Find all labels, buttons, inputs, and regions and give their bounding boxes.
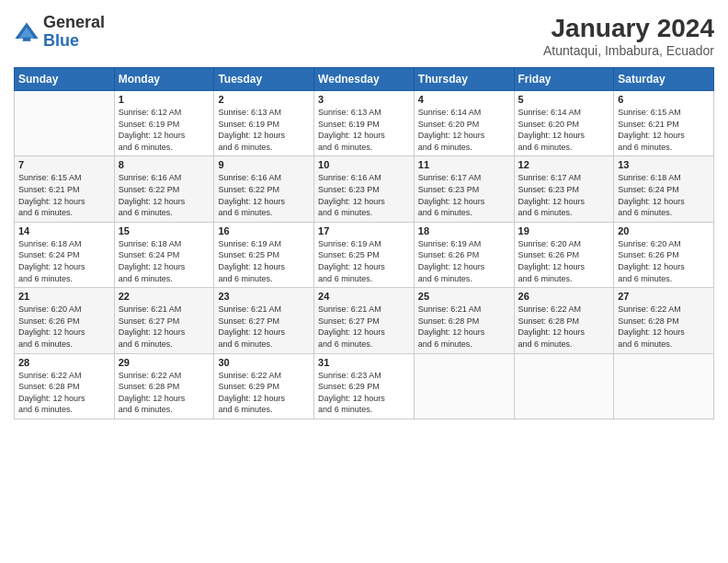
day-cell: 16Sunrise: 6:19 AM Sunset: 6:25 PM Dayli… [214,222,314,287]
day-cell: 6Sunrise: 6:15 AM Sunset: 6:21 PM Daylig… [614,91,714,156]
day-info: Sunrise: 6:19 AM Sunset: 6:25 PM Dayligh… [318,238,410,284]
day-info: Sunrise: 6:22 AM Sunset: 6:28 PM Dayligh… [18,370,110,416]
day-cell: 23Sunrise: 6:21 AM Sunset: 6:27 PM Dayli… [214,288,314,353]
day-cell: 26Sunrise: 6:22 AM Sunset: 6:28 PM Dayli… [514,288,614,353]
day-info: Sunrise: 6:14 AM Sunset: 6:20 PM Dayligh… [418,107,510,153]
day-info: Sunrise: 6:13 AM Sunset: 6:19 PM Dayligh… [218,107,310,153]
day-cell: 24Sunrise: 6:21 AM Sunset: 6:27 PM Dayli… [314,288,415,353]
day-info: Sunrise: 6:21 AM Sunset: 6:27 PM Dayligh… [119,304,210,350]
day-cell: 15Sunrise: 6:18 AM Sunset: 6:24 PM Dayli… [114,222,214,287]
day-number: 26 [518,291,610,302]
logo-icon [14,19,40,45]
week-row-2: 7Sunrise: 6:15 AM Sunset: 6:21 PM Daylig… [15,156,714,222]
day-info: Sunrise: 6:22 AM Sunset: 6:29 PM Dayligh… [218,370,310,416]
col-thursday: Thursday [414,68,514,91]
day-cell: 5Sunrise: 6:14 AM Sunset: 6:20 PM Daylig… [514,91,614,156]
title-block: January 2024 Atuntaqui, Imbabura, Ecuado… [543,14,714,58]
day-number: 5 [518,94,610,105]
day-info: Sunrise: 6:22 AM Sunset: 6:28 PM Dayligh… [518,304,610,350]
day-info: Sunrise: 6:18 AM Sunset: 6:24 PM Dayligh… [618,172,710,218]
day-number: 31 [318,357,410,368]
day-number: 25 [418,291,510,302]
day-cell: 30Sunrise: 6:22 AM Sunset: 6:29 PM Dayli… [214,353,314,419]
day-number: 3 [318,94,410,105]
day-cell [514,353,614,419]
subtitle: Atuntaqui, Imbabura, Ecuador [543,43,714,58]
day-info: Sunrise: 6:18 AM Sunset: 6:24 PM Dayligh… [18,238,110,284]
day-info: Sunrise: 6:14 AM Sunset: 6:20 PM Dayligh… [518,107,610,153]
day-number: 17 [318,225,410,236]
day-cell: 22Sunrise: 6:21 AM Sunset: 6:27 PM Dayli… [114,288,214,353]
day-cell: 1Sunrise: 6:12 AM Sunset: 6:19 PM Daylig… [114,91,214,156]
logo: General Blue [14,14,105,51]
day-cell: 21Sunrise: 6:20 AM Sunset: 6:26 PM Dayli… [15,288,115,353]
day-info: Sunrise: 6:16 AM Sunset: 6:22 PM Dayligh… [119,172,210,218]
day-cell: 18Sunrise: 6:19 AM Sunset: 6:26 PM Dayli… [414,222,514,287]
col-tuesday: Tuesday [214,68,314,91]
day-number: 21 [18,291,110,302]
day-cell: 20Sunrise: 6:20 AM Sunset: 6:26 PM Dayli… [614,222,714,287]
page: General Blue January 2024 Atuntaqui, Imb… [0,0,728,563]
day-info: Sunrise: 6:20 AM Sunset: 6:26 PM Dayligh… [518,238,610,284]
col-monday: Monday [114,68,214,91]
day-cell: 9Sunrise: 6:16 AM Sunset: 6:22 PM Daylig… [214,156,314,222]
day-number: 7 [18,159,110,170]
day-cell: 28Sunrise: 6:22 AM Sunset: 6:28 PM Dayli… [15,353,115,419]
day-cell [614,353,714,419]
day-cell: 3Sunrise: 6:13 AM Sunset: 6:19 PM Daylig… [314,91,415,156]
day-number: 2 [218,94,310,105]
week-row-1: 1Sunrise: 6:12 AM Sunset: 6:19 PM Daylig… [15,91,714,156]
day-number: 27 [618,291,710,302]
day-info: Sunrise: 6:22 AM Sunset: 6:28 PM Dayligh… [119,370,210,416]
day-cell: 25Sunrise: 6:21 AM Sunset: 6:28 PM Dayli… [414,288,514,353]
day-cell: 17Sunrise: 6:19 AM Sunset: 6:25 PM Dayli… [314,222,415,287]
day-info: Sunrise: 6:16 AM Sunset: 6:22 PM Dayligh… [218,172,310,218]
day-number: 14 [18,225,110,236]
day-number: 18 [418,225,510,236]
calendar-table: Sunday Monday Tuesday Wednesday Thursday… [14,67,714,419]
day-number: 8 [119,159,210,170]
calendar-header: Sunday Monday Tuesday Wednesday Thursday… [15,68,714,91]
main-title: January 2024 [543,14,714,43]
day-number: 12 [518,159,610,170]
day-number: 11 [418,159,510,170]
day-number: 23 [218,291,310,302]
calendar-body: 1Sunrise: 6:12 AM Sunset: 6:19 PM Daylig… [15,91,714,419]
svg-rect-2 [23,37,30,40]
col-saturday: Saturday [614,68,714,91]
day-cell: 2Sunrise: 6:13 AM Sunset: 6:19 PM Daylig… [214,91,314,156]
day-cell: 13Sunrise: 6:18 AM Sunset: 6:24 PM Dayli… [614,156,714,222]
day-info: Sunrise: 6:13 AM Sunset: 6:19 PM Dayligh… [318,107,410,153]
day-number: 10 [318,159,410,170]
week-row-4: 21Sunrise: 6:20 AM Sunset: 6:26 PM Dayli… [15,288,714,353]
day-info: Sunrise: 6:18 AM Sunset: 6:24 PM Dayligh… [119,238,210,284]
day-info: Sunrise: 6:19 AM Sunset: 6:26 PM Dayligh… [418,238,510,284]
day-info: Sunrise: 6:17 AM Sunset: 6:23 PM Dayligh… [418,172,510,218]
day-info: Sunrise: 6:21 AM Sunset: 6:28 PM Dayligh… [418,304,510,350]
day-number: 22 [119,291,210,302]
day-info: Sunrise: 6:23 AM Sunset: 6:29 PM Dayligh… [318,370,410,416]
day-cell [15,91,115,156]
day-cell: 29Sunrise: 6:22 AM Sunset: 6:28 PM Dayli… [114,353,214,419]
day-number: 30 [218,357,310,368]
day-cell: 11Sunrise: 6:17 AM Sunset: 6:23 PM Dayli… [414,156,514,222]
day-cell: 31Sunrise: 6:23 AM Sunset: 6:29 PM Dayli… [314,353,415,419]
day-number: 28 [18,357,110,368]
col-wednesday: Wednesday [314,68,415,91]
day-info: Sunrise: 6:12 AM Sunset: 6:19 PM Dayligh… [119,107,210,153]
day-number: 9 [218,159,310,170]
day-info: Sunrise: 6:21 AM Sunset: 6:27 PM Dayligh… [218,304,310,350]
day-number: 4 [418,94,510,105]
day-cell: 12Sunrise: 6:17 AM Sunset: 6:23 PM Dayli… [514,156,614,222]
day-cell: 14Sunrise: 6:18 AM Sunset: 6:24 PM Dayli… [15,222,115,287]
day-info: Sunrise: 6:19 AM Sunset: 6:25 PM Dayligh… [218,238,310,284]
logo-general: General [43,13,105,31]
header-row: Sunday Monday Tuesday Wednesday Thursday… [15,68,714,91]
day-number: 20 [618,225,710,236]
week-row-3: 14Sunrise: 6:18 AM Sunset: 6:24 PM Dayli… [15,222,714,287]
col-friday: Friday [514,68,614,91]
day-cell: 8Sunrise: 6:16 AM Sunset: 6:22 PM Daylig… [114,156,214,222]
day-number: 16 [218,225,310,236]
day-number: 19 [518,225,610,236]
day-cell: 7Sunrise: 6:15 AM Sunset: 6:21 PM Daylig… [15,156,115,222]
